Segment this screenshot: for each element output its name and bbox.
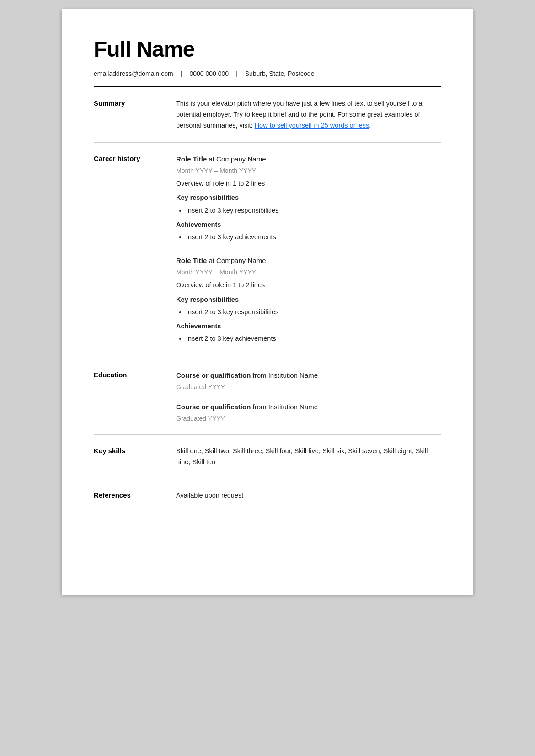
job-1-overview: Overview of role in 1 to 2 lines [176, 178, 441, 189]
job-2-achievements-list: Insert 2 to 3 key achievements [176, 333, 441, 344]
job-1-responsibilities-label: Key responsibilities [176, 193, 441, 203]
job-2-responsibilities-label: Key responsibilities [176, 295, 441, 305]
job-block-2: Role Title at Company Name Month YYYY – … [176, 255, 441, 344]
job-block-1: Role Title at Company Name Month YYYY – … [176, 154, 441, 242]
header: Full Name emailaddress@domain.com | 0000… [94, 37, 441, 87]
phone: 0000 000 000 [189, 70, 229, 77]
job-2-responsibility-1: Insert 2 to 3 key responsibilities [186, 307, 441, 317]
job-1-achievement-1: Insert 2 to 3 key achievements [186, 232, 441, 242]
job-1-achievements-list: Insert 2 to 3 key achievements [176, 232, 441, 242]
full-name: Full Name [94, 37, 441, 62]
summary-label: Summary [94, 98, 176, 131]
resume-page: Full Name emailaddress@domain.com | 0000… [62, 9, 473, 595]
education-section: Education Course or qualification from I… [94, 359, 441, 435]
key-skills-content: Skill one, Skill two, Skill three, Skill… [176, 446, 441, 468]
job-2-responsibilities-list: Insert 2 to 3 key responsibilities [176, 307, 441, 317]
key-skills-section: Key skills Skill one, Skill two, Skill t… [94, 435, 441, 479]
edu-1-title-line: Course or qualification from Institution… [176, 370, 441, 381]
edu-1-course: Course or qualification [176, 371, 251, 379]
job-2-company: Company Name [216, 257, 266, 264]
job-1-at: at [209, 155, 216, 163]
summary-section: Summary This is your elevator pitch wher… [94, 87, 441, 143]
summary-text-after: . [369, 122, 371, 129]
summary-text: This is your elevator pitch where you ha… [176, 98, 441, 131]
email: emailaddress@domain.com [94, 70, 173, 77]
job-1-title-line: Role Title at Company Name [176, 154, 441, 165]
job-2-date: Month YYYY – Month YYYY [176, 267, 441, 277]
job-2-achievement-1: Insert 2 to 3 key achievements [186, 333, 441, 344]
career-history-label: Career history [94, 154, 176, 348]
location: Suburb, State, Postcode [245, 70, 315, 77]
education-content: Course or qualification from Institution… [176, 370, 441, 424]
job-1-date: Month YYYY – Month YYYY [176, 166, 441, 176]
edu-block-2: Course or qualification from Institution… [176, 402, 441, 424]
separator-1: | [181, 70, 182, 77]
job-1-responsibility-1: Insert 2 to 3 key responsibilities [186, 205, 441, 216]
job-1-company: Company Name [216, 155, 266, 163]
summary-link[interactable]: How to sell yourself in 25 words or less [255, 122, 369, 129]
job-2-title: Role Title [176, 257, 207, 264]
education-label: Education [94, 370, 176, 424]
edu-2-title-line: Course or qualification from Institution… [176, 402, 441, 413]
job-2-title-line: Role Title at Company Name [176, 255, 441, 266]
edu-2-institution-text: from Institution Name [253, 403, 318, 411]
contact-line: emailaddress@domain.com | 0000 000 000 |… [94, 70, 441, 77]
references-section: References Available upon request [94, 479, 441, 512]
edu-2-course: Course or qualification [176, 403, 251, 411]
edu-1-graduated: Graduated YYYY [176, 382, 441, 392]
job-1-title: Role Title [176, 155, 207, 163]
job-2-overview: Overview of role in 1 to 2 lines [176, 280, 441, 290]
edu-2-graduated: Graduated YYYY [176, 413, 441, 424]
job-1-responsibilities-list: Insert 2 to 3 key responsibilities [176, 205, 441, 216]
edu-1-institution-text: from Institution Name [253, 371, 318, 379]
key-skills-label: Key skills [94, 446, 176, 468]
edu-block-1: Course or qualification from Institution… [176, 370, 441, 392]
references-label: References [94, 490, 176, 501]
references-content: Available upon request [176, 490, 441, 501]
job-1-achievements-label: Achievements [176, 220, 441, 230]
job-2-achievements-label: Achievements [176, 321, 441, 332]
career-history-section: Career history Role Title at Company Nam… [94, 143, 441, 359]
career-history-content: Role Title at Company Name Month YYYY – … [176, 154, 441, 348]
job-2-at: at [209, 257, 216, 264]
references-text: Available upon request [176, 490, 441, 501]
separator-2: | [236, 70, 238, 77]
skills-text: Skill one, Skill two, Skill three, Skill… [176, 446, 441, 468]
summary-content: This is your elevator pitch where you ha… [176, 98, 441, 131]
